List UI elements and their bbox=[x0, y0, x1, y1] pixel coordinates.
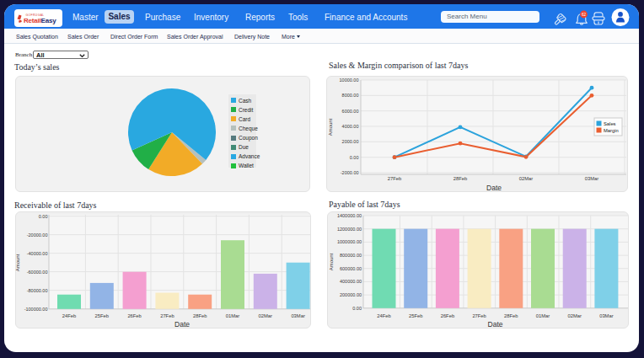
svg-text:28Feb: 28Feb bbox=[193, 313, 207, 318]
svg-text:-60000.00: -60000.00 bbox=[27, 270, 48, 275]
svg-text:-80000.00: -80000.00 bbox=[27, 288, 48, 293]
svg-text:8000.00: 8000.00 bbox=[342, 93, 359, 98]
svg-text:28Feb: 28Feb bbox=[453, 176, 467, 181]
svg-text:-2000.00: -2000.00 bbox=[341, 170, 359, 175]
svg-text:2000.00: 2000.00 bbox=[342, 139, 359, 144]
svg-text:27Feb: 27Feb bbox=[388, 176, 401, 181]
svg-text:Margin: Margin bbox=[604, 128, 619, 133]
svg-text:1000000.00: 1000000.00 bbox=[337, 239, 362, 244]
svg-text:Amount: Amount bbox=[328, 118, 333, 136]
svg-text:01Mar: 01Mar bbox=[536, 313, 550, 318]
svg-text:-40000.00: -40000.00 bbox=[27, 251, 48, 256]
svg-text:01Mar: 01Mar bbox=[226, 313, 240, 318]
svg-text:Date: Date bbox=[174, 320, 190, 329]
svg-text:400000.00: 400000.00 bbox=[340, 279, 362, 284]
svg-text:600000.00: 600000.00 bbox=[340, 266, 362, 271]
svg-text:Sales: Sales bbox=[604, 121, 616, 126]
svg-text:GOFRUGAL: GOFRUGAL bbox=[26, 13, 45, 17]
svg-text:24Feb: 24Feb bbox=[62, 313, 76, 318]
svg-text:02Mar: 02Mar bbox=[519, 176, 534, 181]
svg-text:Date: Date bbox=[488, 320, 503, 329]
svg-text:RetailEasy: RetailEasy bbox=[24, 17, 56, 24]
svg-text:200000.00: 200000.00 bbox=[340, 292, 362, 297]
svg-text:25Feb: 25Feb bbox=[409, 313, 422, 318]
svg-text:0.00: 0.00 bbox=[350, 155, 359, 160]
svg-text:24Feb: 24Feb bbox=[377, 313, 390, 318]
svg-text:03Mar: 03Mar bbox=[585, 176, 599, 181]
svg-text:1200000.00: 1200000.00 bbox=[337, 227, 362, 232]
svg-text:Amount: Amount bbox=[15, 254, 20, 271]
svg-text:28Feb: 28Feb bbox=[504, 313, 518, 318]
svg-text:Amount: Amount bbox=[329, 253, 334, 270]
svg-text:02Mar: 02Mar bbox=[567, 313, 582, 318]
svg-text:800000.00: 800000.00 bbox=[340, 253, 362, 258]
svg-text:0.00: 0.00 bbox=[39, 214, 48, 219]
svg-text:-20000.00: -20000.00 bbox=[27, 232, 48, 238]
svg-text:25Feb: 25Feb bbox=[95, 313, 109, 318]
svg-text:26Feb: 26Feb bbox=[127, 313, 141, 318]
svg-text:03Mar: 03Mar bbox=[599, 313, 614, 318]
svg-text:02Mar: 02Mar bbox=[259, 313, 273, 318]
svg-text:27Feb: 27Feb bbox=[472, 313, 486, 318]
svg-text:1400000.00: 1400000.00 bbox=[337, 213, 362, 218]
svg-text:27Feb: 27Feb bbox=[160, 313, 174, 318]
svg-text:0.00: 0.00 bbox=[352, 306, 362, 311]
svg-text:4000.00: 4000.00 bbox=[342, 124, 359, 129]
svg-text:-100000.00: -100000.00 bbox=[24, 307, 48, 312]
svg-text:6000.00: 6000.00 bbox=[342, 109, 359, 114]
svg-text:10000.00: 10000.00 bbox=[340, 77, 359, 83]
svg-text:Date: Date bbox=[486, 184, 502, 192]
svg-text:26Feb: 26Feb bbox=[441, 313, 454, 318]
svg-text:03Mar: 03Mar bbox=[291, 313, 305, 318]
svg-text:62: 62 bbox=[582, 13, 587, 17]
